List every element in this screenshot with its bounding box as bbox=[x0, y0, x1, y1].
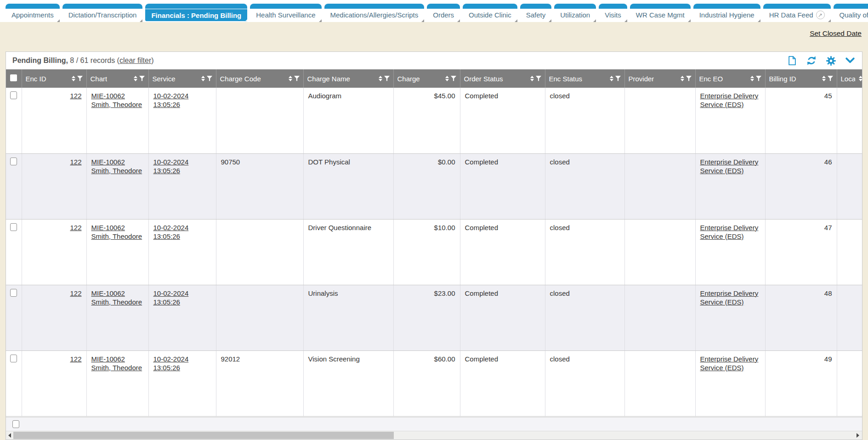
column-header-enc_id[interactable]: Enc ID bbox=[22, 69, 86, 88]
cell-link-service_time[interactable]: 13:05:26 bbox=[153, 232, 180, 240]
cell-link-service_date[interactable]: 10-02-2024 bbox=[153, 289, 189, 297]
tab-body: Visits bbox=[599, 9, 627, 21]
column-header-chart[interactable]: Chart bbox=[86, 69, 148, 88]
sort-icon[interactable] bbox=[681, 76, 684, 81]
cell-link-chart_name[interactable]: Smith, Theodore bbox=[91, 101, 142, 108]
sort-icon[interactable] bbox=[530, 76, 534, 81]
horizontal-scrollbar[interactable] bbox=[6, 431, 862, 440]
row-checkbox[interactable] bbox=[10, 223, 17, 231]
cell-link-service_date[interactable]: 10-02-2024 bbox=[153, 355, 189, 363]
column-header-charge_name[interactable]: Charge Name bbox=[303, 69, 393, 88]
cell-link-chart_name[interactable]: Smith, Theodore bbox=[91, 232, 142, 240]
cell-link-enc_id[interactable]: 122 bbox=[70, 289, 81, 297]
cell-link-chart_id[interactable]: MIE-10062 bbox=[91, 224, 125, 231]
cell-link-enc_eo[interactable]: Enterprise Delivery Service (EDS) bbox=[700, 355, 759, 372]
sort-icon[interactable] bbox=[72, 76, 75, 81]
tab-wr-case-mgmt[interactable]: WR Case Mgmt bbox=[630, 4, 691, 21]
tab-industrial-hygiene[interactable]: Industrial Hygiene bbox=[693, 4, 760, 21]
cell-link-chart_id[interactable]: MIE-10062 bbox=[91, 355, 125, 363]
column-header-provider[interactable]: Provider bbox=[624, 69, 695, 88]
tab-appointments[interactable]: Appointments bbox=[6, 4, 60, 21]
cell-link-service_date[interactable]: 10-02-2024 bbox=[153, 158, 189, 166]
cell-link-enc_id[interactable]: 122 bbox=[70, 224, 81, 231]
cell-link-enc_id[interactable]: 122 bbox=[70, 158, 81, 166]
cell-link-service_time[interactable]: 13:05:26 bbox=[153, 298, 180, 306]
filter-funnel-icon[interactable] bbox=[384, 76, 390, 81]
cell-enc_status: closed bbox=[545, 219, 624, 285]
cell-link-enc_eo[interactable]: Enterprise Delivery Service (EDS) bbox=[700, 289, 759, 306]
scroll-right-arrow-icon[interactable] bbox=[857, 433, 859, 438]
sort-icon[interactable] bbox=[750, 76, 754, 81]
scroll-left-arrow-icon[interactable] bbox=[8, 433, 11, 438]
tab-financials-pending-billing[interactable]: Financials : Pending Billing bbox=[145, 4, 247, 21]
column-header-charge_code[interactable]: Charge Code bbox=[216, 69, 303, 88]
sort-icon[interactable] bbox=[610, 76, 613, 81]
sort-icon[interactable] bbox=[822, 76, 826, 81]
cell-link-chart_id[interactable]: MIE-10062 bbox=[91, 158, 125, 166]
tab-hr-data-feed[interactable]: HR Data Feed↗ bbox=[763, 4, 831, 21]
filter-funnel-icon[interactable] bbox=[77, 76, 83, 81]
cell-link-enc_eo[interactable]: Enterprise Delivery Service (EDS) bbox=[700, 92, 759, 108]
column-header-service[interactable]: Service bbox=[148, 69, 216, 88]
footer-checkbox[interactable] bbox=[12, 420, 19, 428]
column-header-location[interactable]: Location bbox=[837, 69, 862, 88]
select-all-checkbox[interactable] bbox=[10, 74, 17, 81]
sort-icon[interactable] bbox=[379, 76, 382, 81]
sort-icon[interactable] bbox=[201, 76, 205, 81]
filter-funnel-icon[interactable] bbox=[615, 76, 621, 81]
row-checkbox[interactable] bbox=[10, 289, 17, 297]
sort-down-triangle bbox=[289, 79, 292, 81]
cell-link-chart_name[interactable]: Smith, Theodore bbox=[91, 167, 142, 175]
tab-health-surveillance[interactable]: Health Surveillance bbox=[250, 4, 321, 21]
cell-link-chart_name[interactable]: Smith, Theodore bbox=[91, 364, 142, 372]
row-checkbox[interactable] bbox=[10, 158, 17, 165]
row-checkbox[interactable] bbox=[10, 355, 17, 362]
cell-link-service_time[interactable]: 13:05:26 bbox=[153, 167, 180, 175]
cell-link-chart_id[interactable]: MIE-10062 bbox=[91, 289, 125, 297]
sort-icon[interactable] bbox=[859, 76, 862, 81]
cell-link-service_date[interactable]: 10-02-2024 bbox=[153, 92, 189, 100]
cell-link-enc_id[interactable]: 122 bbox=[70, 92, 81, 100]
column-header-billing_id[interactable]: Billing ID bbox=[765, 69, 837, 88]
tab-quality-of-care[interactable]: Quality of Care bbox=[834, 4, 868, 21]
tab-orders[interactable]: Orders bbox=[427, 4, 460, 21]
column-header-enc_eo[interactable]: Enc EO bbox=[695, 69, 765, 88]
filter-funnel-icon[interactable] bbox=[828, 76, 833, 81]
tab-dictation-transcription[interactable]: Dictation/Transcription bbox=[62, 4, 143, 21]
filter-funnel-icon[interactable] bbox=[756, 76, 761, 81]
filter-funnel-icon[interactable] bbox=[207, 76, 212, 81]
tab-outside-clinic[interactable]: Outside Clinic bbox=[463, 4, 517, 21]
tab-safety[interactable]: Safety bbox=[520, 4, 552, 21]
tab-utilization[interactable]: Utilization bbox=[554, 4, 596, 21]
sort-icon[interactable] bbox=[289, 76, 292, 81]
cell-link-enc_eo[interactable]: Enterprise Delivery Service (EDS) bbox=[700, 158, 759, 175]
filter-funnel-icon[interactable] bbox=[536, 76, 541, 81]
column-header-charge[interactable]: Charge bbox=[393, 69, 460, 88]
collapse-chevron-icon[interactable] bbox=[845, 55, 856, 66]
cell-link-chart_id[interactable]: MIE-10062 bbox=[91, 92, 125, 100]
sort-icon[interactable] bbox=[134, 76, 137, 81]
cell-link-service_time[interactable]: 13:05:26 bbox=[153, 364, 180, 372]
scrollbar-thumb[interactable] bbox=[13, 432, 394, 439]
set-closed-date-link[interactable]: Set Closed Date bbox=[810, 29, 862, 38]
filter-funnel-icon[interactable] bbox=[686, 76, 692, 81]
cell-link-chart_name[interactable]: Smith, Theodore bbox=[91, 298, 142, 306]
row-checkbox[interactable] bbox=[10, 91, 17, 99]
filter-funnel-icon[interactable] bbox=[294, 76, 300, 81]
column-header-enc_status[interactable]: Enc Status bbox=[545, 69, 624, 88]
clear-filter-link[interactable]: clear filter bbox=[119, 56, 151, 64]
cell-link-service_date[interactable]: 10-02-2024 bbox=[153, 224, 189, 231]
cell-link-service_time[interactable]: 13:05:26 bbox=[153, 101, 180, 108]
sort-icon[interactable] bbox=[445, 76, 449, 81]
cell-link-enc_id[interactable]: 122 bbox=[70, 355, 81, 363]
cell-link-enc_eo[interactable]: Enterprise Delivery Service (EDS) bbox=[700, 224, 759, 240]
settings-gear-icon[interactable] bbox=[825, 55, 836, 66]
sort-down-triangle bbox=[72, 79, 75, 81]
tab-medications-allergies-scripts[interactable]: Medications/Allergies/Scripts bbox=[324, 4, 425, 21]
tab-visits[interactable]: Visits bbox=[599, 4, 627, 21]
column-header-order_status[interactable]: Order Status bbox=[460, 69, 545, 88]
new-document-icon[interactable] bbox=[787, 55, 798, 66]
filter-funnel-icon[interactable] bbox=[451, 76, 456, 81]
refresh-icon[interactable] bbox=[806, 55, 817, 66]
filter-funnel-icon[interactable] bbox=[139, 76, 145, 81]
